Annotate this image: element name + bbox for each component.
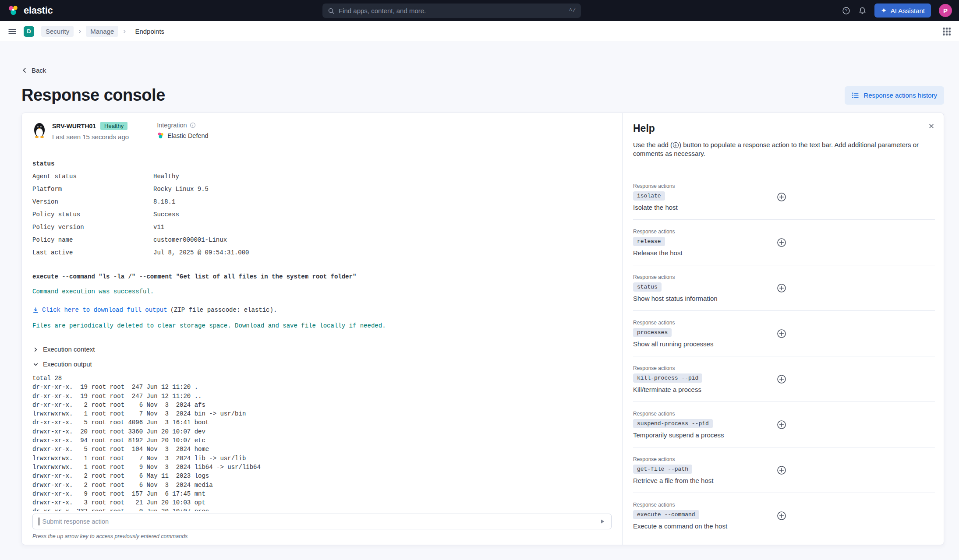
notifications-bell-icon[interactable] [858, 7, 867, 15]
help-item-get-file: Response actions get-file --path Retriev… [633, 447, 935, 493]
console-header: SRV-WURTH01 Healthy Last seen 15 seconds… [22, 113, 622, 155]
output-line: dr-xr-xr-x. 19 root root 247 Jun 12 11:2… [32, 392, 612, 401]
global-header: elastic Find apps, content, and more. ^/… [0, 0, 959, 21]
space-badge[interactable]: D [24, 26, 34, 37]
back-link[interactable]: Back [21, 67, 46, 74]
health-status-badge: Healthy [100, 122, 127, 130]
global-search-input[interactable]: Find apps, content, and more. ^/ [322, 4, 581, 18]
echoed-command-execute: execute --command "ls -la /" --comment "… [32, 271, 612, 283]
add-command-icon[interactable] [775, 282, 788, 295]
command-badge: kill-process --pid [633, 373, 702, 383]
output-line: drwxr-xr-x. 20 root root 3360 Jun 20 10:… [32, 427, 612, 436]
command-description: Show host status information [633, 295, 775, 302]
download-output-link[interactable]: Click here to download full output [42, 304, 167, 316]
section-label: Response actions [633, 229, 775, 235]
command-description: Show all running processes [633, 340, 775, 348]
elastic-logo-icon [7, 4, 19, 17]
breadcrumb: Security Manage Endpoints [41, 26, 169, 37]
output-line: total 28 [32, 374, 612, 383]
elastic-brand[interactable]: elastic [7, 4, 53, 17]
download-icon [32, 307, 39, 313]
help-item-status: Response actions status Show host status… [633, 265, 935, 310]
output-line: lrwxrwxrwx. 1 root root 7 Nov 3 2024 bin… [32, 409, 612, 418]
output-line: dr-xr-xr-x. 2 root root 6 Nov 3 2024 afs [32, 401, 612, 409]
command-description: Temporarily suspend a process [633, 431, 775, 439]
add-command-icon[interactable] [775, 464, 788, 477]
command-description: Isolate the host [633, 204, 775, 211]
output-line: drwxr-xr-x. 2 root root 6 Nov 3 2024 med… [32, 481, 612, 490]
section-label: Response actions [633, 456, 775, 462]
add-command-icon[interactable] [775, 509, 788, 522]
chevron-right-icon [77, 29, 82, 34]
command-badge: execute --command [633, 510, 699, 519]
ai-assistant-button[interactable]: AI Assistant [874, 4, 931, 18]
console-pane: SRV-WURTH01 Healthy Last seen 15 seconds… [22, 113, 622, 545]
plus-in-circle-icon [672, 142, 679, 148]
help-item-kill-process: Response actions kill-process --pid Kill… [633, 356, 935, 402]
add-command-icon[interactable] [775, 236, 788, 249]
status-row: Agent statusHealthy [32, 170, 612, 183]
directory-listing: total 28 dr-xr-xr-x. 19 root root 247 Ju… [32, 374, 612, 511]
add-command-icon[interactable] [775, 373, 788, 386]
response-console-card: SRV-WURTH01 Healthy Last seen 15 seconds… [21, 113, 944, 545]
add-command-icon[interactable] [775, 418, 788, 431]
svg-text:?: ? [845, 8, 847, 13]
chevron-right-icon [122, 29, 127, 34]
command-description: Retrieve a file from the host [633, 477, 775, 484]
command-badge: suspend-process --pid [633, 419, 713, 428]
search-shortcut-hint: ^/ [569, 7, 576, 14]
search-placeholder: Find apps, content, and more. [339, 7, 565, 14]
output-line: drwxr-xr-x. 94 root root 8192 Jun 20 10:… [32, 436, 612, 445]
close-icon[interactable] [928, 123, 935, 130]
status-row: Version8.18.1 [32, 196, 612, 208]
chevron-right-icon [32, 346, 39, 353]
output-line: drwxr-xr-x. 2 root root 6 May 11 2023 lo… [32, 472, 612, 480]
execution-output-accordion[interactable]: Execution output [32, 359, 612, 370]
echoed-command-status: status [32, 158, 612, 170]
help-title: Help [633, 123, 655, 134]
input-hint: Press the up arrow key to access previou… [32, 533, 612, 539]
history-button-label: Response actions history [863, 92, 937, 99]
help-icon[interactable]: ? [842, 7, 850, 15]
search-icon [328, 7, 335, 14]
retention-note: Files are periodically deleted to clear … [32, 320, 612, 332]
brand-wordmark: elastic [24, 5, 53, 16]
page-title: Response console [21, 86, 165, 105]
linux-penguin-icon [32, 122, 46, 155]
breadcrumb-endpoints: Endpoints [131, 26, 169, 37]
sparkle-icon [881, 7, 887, 14]
back-label: Back [32, 67, 46, 74]
section-label: Response actions [633, 274, 775, 280]
output-line: drwxr-xr-x. 5 root root 104 Nov 3 2024 h… [32, 445, 612, 454]
output-line: lrwxrwxrwx. 1 root root 9 Nov 3 2024 lib… [32, 463, 612, 472]
status-row: Policy statusSuccess [32, 208, 612, 221]
help-item-execute: Response actions execute --command Execu… [633, 493, 935, 538]
last-seen-text: Last seen 15 seconds ago [52, 133, 129, 141]
text-caret [39, 518, 39, 525]
submit-command-icon[interactable] [599, 518, 605, 525]
info-icon[interactable] [190, 122, 196, 128]
command-badge: processes [633, 328, 672, 337]
menu-hamburger-icon[interactable] [8, 27, 17, 36]
user-avatar[interactable]: P [939, 4, 952, 17]
response-actions-history-button[interactable]: Response actions history [845, 86, 944, 105]
output-line: drwxr-xr-x. 3 root root 21 Jun 20 10:03 … [32, 498, 612, 507]
execution-context-accordion[interactable]: Execution context [32, 344, 612, 355]
add-command-icon[interactable] [775, 190, 788, 204]
section-label: Response actions [633, 502, 775, 508]
download-note: (ZIP file passcode: elastic). [170, 304, 277, 316]
input-placeholder: Submit response action [42, 518, 600, 525]
section-label: Response actions [633, 320, 775, 326]
command-badge: isolate [633, 191, 665, 201]
execution-output-label: Execution output [43, 359, 92, 370]
output-line: lrwxrwxrwx. 1 root root 7 Nov 3 2024 lib… [32, 454, 612, 463]
command-description: Execute a command on the host [633, 522, 775, 530]
breadcrumb-security[interactable]: Security [41, 26, 74, 37]
breadcrumb-manage[interactable]: Manage [86, 26, 118, 37]
status-row: PlatformRocky Linux 9.5 [32, 183, 612, 196]
add-command-icon[interactable] [775, 327, 788, 340]
response-action-input[interactable]: Submit response action [32, 514, 612, 529]
command-badge: get-file --path [633, 465, 692, 474]
integration-name: Elastic Defend [167, 132, 209, 139]
apps-grid-icon[interactable] [942, 27, 951, 36]
